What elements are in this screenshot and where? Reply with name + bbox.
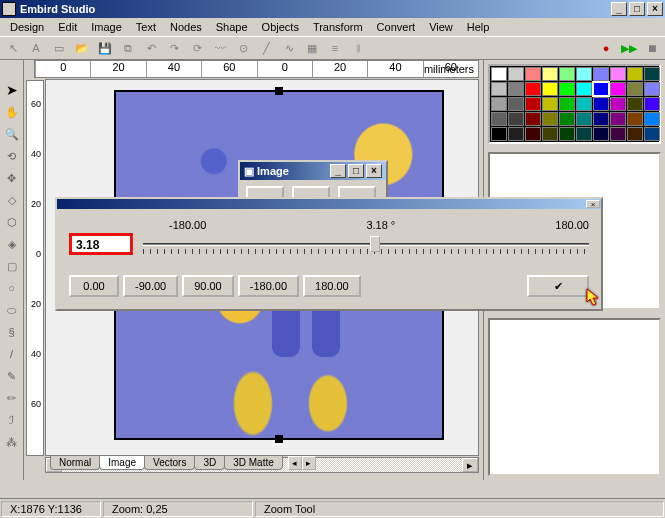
pointer-icon[interactable]: ↖ bbox=[2, 38, 24, 58]
color-swatch[interactable] bbox=[593, 82, 609, 96]
tab-3dmatte[interactable]: 3D Matte bbox=[224, 456, 283, 470]
resize-handle-bottom[interactable] bbox=[275, 435, 283, 443]
color-swatch[interactable] bbox=[627, 82, 643, 96]
color-swatch[interactable] bbox=[525, 97, 541, 111]
rotation-value-input[interactable]: 3.18 bbox=[69, 233, 133, 255]
color-swatch[interactable] bbox=[593, 112, 609, 126]
color-swatch[interactable] bbox=[525, 127, 541, 141]
rotate-tool-icon[interactable]: ⟲ bbox=[2, 146, 22, 166]
image-win-max-icon[interactable]: □ bbox=[348, 164, 364, 178]
play-icon[interactable]: ▶▶ bbox=[618, 38, 640, 58]
scroll-right-icon[interactable]: ▸ bbox=[462, 458, 478, 472]
menu-image[interactable]: Image bbox=[85, 19, 128, 35]
undo-icon[interactable]: ↶ bbox=[140, 38, 162, 58]
swirl-icon[interactable]: § bbox=[2, 322, 22, 342]
color-swatch[interactable] bbox=[508, 82, 524, 96]
saveall-icon[interactable]: ⧉ bbox=[117, 38, 139, 58]
preset-0-button[interactable]: 0.00 bbox=[69, 275, 119, 297]
menu-help[interactable]: Help bbox=[461, 19, 496, 35]
hand-tool-icon[interactable]: ✋ bbox=[2, 102, 22, 122]
preset-minus90-button[interactable]: -90.00 bbox=[123, 275, 178, 297]
node-icon[interactable]: ⊙ bbox=[232, 38, 254, 58]
menu-shape[interactable]: Shape bbox=[210, 19, 254, 35]
color-swatch[interactable] bbox=[627, 97, 643, 111]
spray-icon[interactable]: ⁂ bbox=[2, 432, 22, 452]
image-win-close-icon[interactable]: × bbox=[366, 164, 382, 178]
color-swatch[interactable] bbox=[491, 82, 507, 96]
rotate-icon[interactable]: ⟳ bbox=[186, 38, 208, 58]
color-swatch[interactable] bbox=[525, 112, 541, 126]
color-swatch[interactable] bbox=[576, 82, 592, 96]
resize-handle-top[interactable] bbox=[275, 87, 283, 95]
pan-tool-icon[interactable]: ✥ bbox=[2, 168, 22, 188]
grid-icon[interactable]: ▦ bbox=[301, 38, 323, 58]
menu-nodes[interactable]: Nodes bbox=[164, 19, 208, 35]
shape-icon[interactable]: ▭ bbox=[48, 38, 70, 58]
color-swatch[interactable] bbox=[525, 67, 541, 81]
image-window-titlebar[interactable]: ▣ Image _ □ × bbox=[240, 162, 386, 180]
color-swatch[interactable] bbox=[576, 112, 592, 126]
color-swatch[interactable] bbox=[593, 67, 609, 81]
record-icon[interactable]: ● bbox=[595, 38, 617, 58]
shape4-icon[interactable]: ▢ bbox=[2, 256, 22, 276]
color-swatch[interactable] bbox=[491, 97, 507, 111]
rotation-close-icon[interactable]: × bbox=[586, 200, 600, 208]
color-swatch[interactable] bbox=[576, 127, 592, 141]
color-swatch[interactable] bbox=[542, 127, 558, 141]
color-swatch[interactable] bbox=[644, 82, 660, 96]
circle-icon[interactable]: ○ bbox=[2, 278, 22, 298]
color-swatch[interactable] bbox=[491, 127, 507, 141]
wave-icon[interactable]: ∿ bbox=[278, 38, 300, 58]
color-swatch[interactable] bbox=[644, 127, 660, 141]
preset-90-button[interactable]: 90.00 bbox=[182, 275, 234, 297]
menu-convert[interactable]: Convert bbox=[371, 19, 422, 35]
preset-minus180-button[interactable]: -180.00 bbox=[238, 275, 299, 297]
align-icon[interactable]: ≡ bbox=[324, 38, 346, 58]
color-swatch[interactable] bbox=[491, 112, 507, 126]
shape1-icon[interactable]: ◇ bbox=[2, 190, 22, 210]
color-swatch[interactable] bbox=[610, 112, 626, 126]
color-swatch[interactable] bbox=[508, 97, 524, 111]
close-button[interactable]: × bbox=[647, 2, 663, 16]
menu-objects[interactable]: Objects bbox=[256, 19, 305, 35]
redo-icon[interactable]: ↷ bbox=[163, 38, 185, 58]
tab-3d[interactable]: 3D bbox=[194, 456, 225, 470]
text-icon[interactable]: A bbox=[25, 38, 47, 58]
color-swatch[interactable] bbox=[576, 97, 592, 111]
color-swatch[interactable] bbox=[508, 67, 524, 81]
preset-180-button[interactable]: 180.00 bbox=[303, 275, 361, 297]
path-icon[interactable]: ╱ bbox=[255, 38, 277, 58]
color-swatch[interactable] bbox=[559, 82, 575, 96]
zoom-tool-icon[interactable]: 🔍 bbox=[2, 124, 22, 144]
color-swatch[interactable] bbox=[542, 97, 558, 111]
maximize-button[interactable]: □ bbox=[629, 2, 645, 16]
tab-normal[interactable]: Normal bbox=[50, 456, 100, 470]
shape3-icon[interactable]: ◈ bbox=[2, 234, 22, 254]
rotation-dialog[interactable]: × -180.00 3.18 ° 180.00 3.18 0.00 -90.00… bbox=[55, 197, 603, 311]
slider-thumb[interactable] bbox=[370, 236, 380, 252]
menu-view[interactable]: View bbox=[423, 19, 459, 35]
color-swatch[interactable] bbox=[576, 67, 592, 81]
color-swatch[interactable] bbox=[593, 97, 609, 111]
stop-icon[interactable]: ⏹ bbox=[641, 38, 663, 58]
tab-vectors[interactable]: Vectors bbox=[144, 456, 195, 470]
minimize-button[interactable]: _ bbox=[611, 2, 627, 16]
color-swatch[interactable] bbox=[559, 67, 575, 81]
color-swatch[interactable] bbox=[627, 127, 643, 141]
color-swatch[interactable] bbox=[508, 112, 524, 126]
rotation-slider[interactable] bbox=[143, 234, 589, 254]
brush-icon[interactable]: ℐ bbox=[2, 410, 22, 430]
color-swatch[interactable] bbox=[542, 112, 558, 126]
color-swatch[interactable] bbox=[559, 112, 575, 126]
menu-text[interactable]: Text bbox=[130, 19, 162, 35]
color-swatch[interactable] bbox=[491, 67, 507, 81]
menu-edit[interactable]: Edit bbox=[52, 19, 83, 35]
confirm-button[interactable]: ✔ bbox=[527, 275, 589, 297]
color-swatch[interactable] bbox=[525, 82, 541, 96]
color-swatch[interactable] bbox=[610, 97, 626, 111]
color-swatch[interactable] bbox=[610, 127, 626, 141]
color-swatch[interactable] bbox=[542, 82, 558, 96]
color-swatch[interactable] bbox=[559, 127, 575, 141]
color-swatch[interactable] bbox=[644, 67, 660, 81]
color-swatch[interactable] bbox=[542, 67, 558, 81]
